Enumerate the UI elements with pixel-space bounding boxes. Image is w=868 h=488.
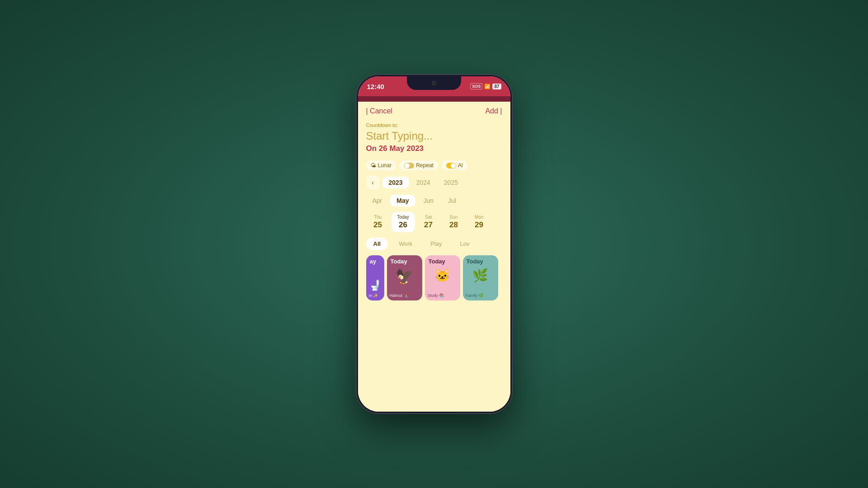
study-card-category: Study 📚 (428, 293, 444, 298)
year-prev-button[interactable]: ‹ (366, 176, 380, 189)
countdown-date: On 26 May 2023 (366, 144, 502, 153)
status-bar: 12:40 SOS 📶 87 (358, 76, 510, 96)
card-partial-left: ay 🚽 m ✨ (366, 255, 384, 300)
repeat-label: Repeat (416, 162, 434, 169)
day-picker: Thu 25 Today 26 Sat 27 Sun 28 Mon 29 (358, 209, 510, 235)
family-card-illustration: 🌿 (463, 268, 498, 283)
haircut-card-label: Today (391, 258, 407, 265)
alarm-toggle-circle (446, 163, 456, 169)
notch (407, 76, 461, 90)
day-29-name: Mon (475, 215, 483, 220)
haircut-card-category: Haircut ✂️ (390, 293, 409, 298)
sos-badge: SOS (470, 83, 482, 89)
day-29-num: 29 (475, 221, 483, 230)
camera-dot (432, 81, 436, 85)
day-27-num: 27 (424, 221, 433, 230)
alarm-label: Al (458, 162, 463, 169)
study-card-illustration: 🐱 (425, 268, 460, 283)
day-27-name: Sat (425, 215, 432, 220)
day-28[interactable]: Sun 28 (442, 212, 466, 232)
wifi-icon: 📶 (484, 84, 491, 89)
month-picker: Apr May Jun Jul (358, 192, 510, 209)
study-card-label: Today (429, 258, 445, 265)
phone-frame: 12:40 SOS 📶 87 | Cancel Add | Countdown … (356, 75, 512, 413)
countdown-section: Countdown to: Start Typing... On 26 May … (358, 119, 510, 158)
day-28-num: 28 (449, 221, 458, 230)
month-apr[interactable]: Apr (366, 195, 389, 206)
battery-indicator: 87 (492, 84, 501, 89)
app-header-band (358, 96, 510, 102)
status-right: SOS 📶 87 (470, 83, 501, 89)
card-family[interactable]: Today 🌿 Family 🌿 (463, 255, 498, 300)
day-26[interactable]: Today 26 (392, 212, 415, 232)
lunar-icon: 🌤 (371, 162, 376, 169)
month-may[interactable]: May (390, 195, 415, 206)
repeat-toggle-dot (405, 163, 410, 168)
repeat-toggle-circle (404, 163, 414, 169)
day-25[interactable]: Thu 25 (366, 212, 390, 232)
cat-work[interactable]: Work (392, 238, 420, 250)
add-button[interactable]: Add | (485, 107, 502, 115)
family-card-label: Today (467, 258, 483, 265)
day-26-num: 26 (399, 221, 407, 230)
day-25-name: Thu (374, 215, 382, 220)
top-bar: | Cancel Add | (358, 102, 510, 119)
year-2023[interactable]: 2023 (382, 177, 409, 188)
app-content: | Cancel Add | Countdown to: Start Typin… (358, 102, 510, 412)
card-study[interactable]: Today 🐱 Study 📚 (425, 255, 460, 300)
lunar-toggle[interactable]: 🌤 Lunar (366, 160, 396, 170)
day-28-name: Sun (450, 215, 458, 220)
partial-card-icon: 🚽 (369, 280, 381, 291)
category-picker: All Work Play Lov (358, 235, 510, 253)
toggle-row: 🌤 Lunar Repeat Al (358, 158, 510, 173)
year-2024[interactable]: 2024 (410, 177, 437, 188)
partial-card-label: ay (370, 258, 376, 265)
lunar-label: Lunar (378, 162, 392, 169)
card-haircut[interactable]: Today 🦅 Haircut ✂️ (387, 255, 422, 300)
day-29[interactable]: Mon 29 (467, 212, 491, 232)
alarm-toggle[interactable]: Al (442, 160, 467, 170)
cat-play[interactable]: Play (423, 238, 449, 250)
alarm-toggle-dot (451, 163, 456, 168)
day-25-num: 25 (373, 221, 382, 230)
phone-screen: 12:40 SOS 📶 87 | Cancel Add | Countdown … (358, 76, 510, 412)
day-27[interactable]: Sat 27 (417, 212, 440, 232)
cancel-button[interactable]: | Cancel (366, 107, 392, 115)
year-2025[interactable]: 2025 (438, 177, 464, 188)
partial-card-category: m ✨ (369, 293, 378, 298)
status-time: 12:40 (367, 83, 384, 90)
year-picker: ‹ 2023 2024 2025 (358, 173, 510, 192)
countdown-label: Countdown to: (366, 122, 502, 128)
family-card-category: Family 🌿 (466, 293, 484, 298)
cat-love[interactable]: Lov (453, 238, 477, 250)
cat-all[interactable]: All (366, 238, 388, 250)
repeat-toggle[interactable]: Repeat (400, 160, 438, 170)
month-jun[interactable]: Jun (417, 195, 440, 206)
day-26-name: Today (397, 215, 409, 220)
haircut-card-illustration: 🦅 (387, 268, 422, 285)
countdown-typing[interactable]: Start Typing... (366, 130, 502, 142)
month-jul[interactable]: Jul (442, 195, 462, 206)
widget-cards-row: ay 🚽 m ✨ Today 🦅 Haircut ✂️ Today 🐱 Stud… (358, 253, 510, 303)
